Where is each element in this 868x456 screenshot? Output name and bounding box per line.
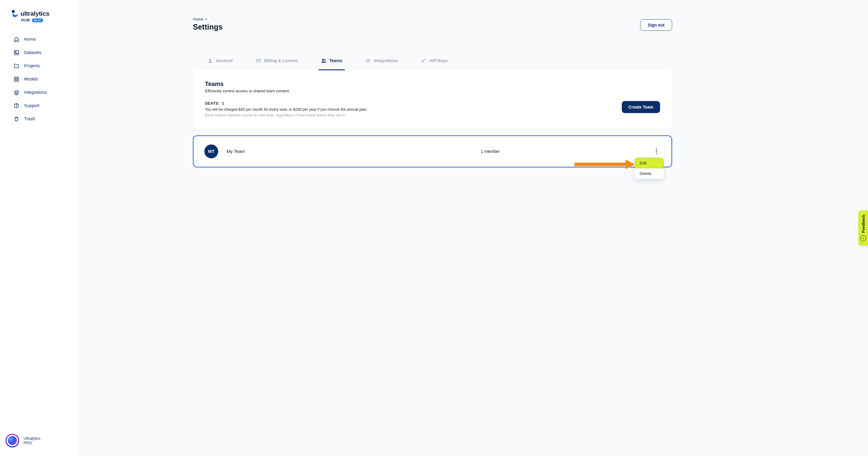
svg-rect-4	[17, 77, 19, 79]
integrations-icon	[13, 89, 19, 95]
seats-note: Each unique member counts as one seat, r…	[205, 113, 367, 117]
svg-rect-5	[14, 80, 16, 81]
teams-card: Teams Efficiently control access to shar…	[193, 70, 672, 128]
settings-tabs: Account Billing & License Teams Integrat…	[193, 55, 672, 70]
sidebar-item-home[interactable]: Home	[0, 33, 78, 46]
feedback-label: Feedback	[861, 215, 866, 233]
breadcrumb-home[interactable]: Home	[193, 17, 204, 21]
beta-badge: BETA	[32, 19, 43, 22]
tab-integrations[interactable]: Integrations	[363, 55, 400, 70]
team-menu-button[interactable]	[652, 147, 661, 155]
person-icon	[207, 58, 213, 63]
sidebar-item-label: Trash	[24, 116, 35, 121]
svg-rect-3	[14, 77, 16, 79]
seats-count: 1	[222, 101, 224, 106]
user-avatar	[5, 434, 19, 448]
main: Home > Settings Sign out Account Billing…	[79, 0, 868, 456]
sidebar-nav: Home Datasets Projects Models Integratio…	[0, 30, 78, 125]
breadcrumb-separator: >	[205, 17, 208, 21]
tab-account[interactable]: Account	[205, 55, 235, 70]
sidebar-item-trash[interactable]: Trash	[0, 112, 78, 125]
key-icon	[421, 58, 426, 63]
svg-point-9	[209, 59, 211, 61]
feedback-tab[interactable]: Feedback	[858, 210, 868, 246]
team-context-menu: Edit Delete	[635, 158, 664, 179]
svg-point-12	[324, 59, 326, 61]
models-icon	[13, 76, 19, 82]
sidebar-item-datasets[interactable]: Datasets	[0, 46, 78, 59]
trash-icon	[13, 116, 19, 122]
brand-suite: HUB	[21, 18, 30, 22]
seats-pricing: You will be charged $20 per month for ev…	[205, 107, 367, 113]
sidebar-item-label: Models	[24, 77, 38, 81]
sidebar: ultralytics HUB BETA Home Datasets Proje…	[0, 0, 79, 456]
svg-point-0	[12, 10, 15, 13]
team-row[interactable]: MT My Team 1 member Edit Delete	[193, 135, 672, 167]
workspace-plan: PRO	[24, 440, 40, 445]
team-members: 1 member	[481, 149, 500, 154]
group-icon	[321, 58, 327, 63]
signout-button[interactable]: Sign out	[640, 19, 672, 31]
folder-icon	[13, 63, 19, 69]
menu-item-delete[interactable]: Delete	[635, 168, 664, 179]
create-team-button[interactable]: Create Team	[622, 101, 660, 113]
svg-point-2	[15, 51, 16, 52]
tab-apikeys[interactable]: API Keys	[418, 55, 450, 70]
home-icon	[13, 36, 19, 42]
sidebar-item-label: Integrations	[24, 90, 47, 95]
support-icon	[13, 103, 19, 109]
annotation-arrow-icon	[575, 160, 635, 169]
tab-label: Billing & License	[264, 58, 298, 63]
tab-label: API Keys	[429, 58, 447, 63]
sidebar-item-label: Projects	[24, 63, 40, 68]
tab-label: Integrations	[374, 58, 398, 63]
sidebar-item-label: Datasets	[24, 50, 41, 55]
datasets-icon	[13, 50, 19, 56]
tab-teams[interactable]: Teams	[318, 55, 345, 70]
sidebar-item-support[interactable]: Support	[0, 99, 78, 112]
tab-label: Account	[216, 58, 233, 63]
sidebar-item-label: Home	[24, 37, 36, 41]
page-title: Settings	[193, 23, 223, 31]
layers-icon	[365, 58, 371, 63]
card-subtitle: Efficiently control access to shared tea…	[205, 89, 660, 93]
tab-billing[interactable]: Billing & License	[253, 55, 301, 70]
svg-point-11	[322, 59, 324, 61]
svg-marker-15	[626, 160, 635, 169]
logo-mark-icon	[11, 10, 19, 18]
tab-label: Teams	[330, 58, 342, 63]
sidebar-item-projects[interactable]: Projects	[0, 59, 78, 73]
sidebar-item-integrations[interactable]: Integrations	[0, 86, 78, 99]
seats-label: SEATS: 1	[205, 101, 367, 106]
svg-rect-6	[17, 80, 19, 81]
sidebar-item-label: Support	[24, 103, 39, 108]
team-name: My Team	[227, 149, 245, 154]
svg-point-16	[863, 238, 863, 238]
svg-rect-10	[256, 59, 260, 62]
svg-rect-14	[575, 163, 626, 166]
team-avatar: MT	[204, 144, 218, 158]
sidebar-footer[interactable]: Ultralytics PRO	[0, 426, 78, 456]
smile-icon	[860, 235, 866, 241]
sidebar-item-models[interactable]: Models	[0, 73, 78, 86]
card-title: Teams	[205, 81, 660, 87]
svg-point-8	[16, 107, 16, 107]
svg-point-13	[422, 60, 424, 62]
brand-name: ultralytics	[21, 10, 50, 17]
svg-rect-1	[14, 50, 19, 55]
breadcrumb: Home >	[193, 17, 223, 21]
card-icon	[255, 58, 261, 63]
brand-logo[interactable]: ultralytics HUB BETA	[0, 0, 78, 30]
workspace-name: Ultralytics	[24, 436, 40, 440]
menu-item-edit[interactable]: Edit	[635, 158, 664, 168]
